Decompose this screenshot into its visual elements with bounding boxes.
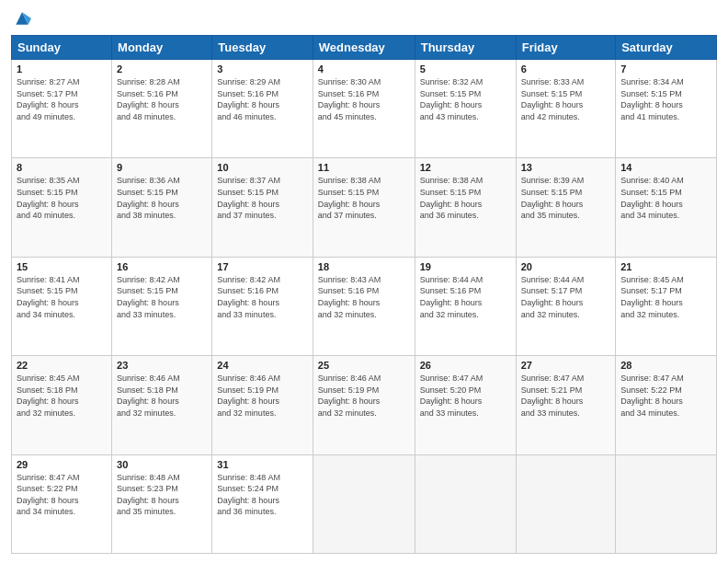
day-info: Sunrise: 8:34 AM Sunset: 5:15 PM Dayligh… <box>620 76 711 122</box>
day-info: Sunrise: 8:42 AM Sunset: 5:16 PM Dayligh… <box>217 274 307 320</box>
day-info: Sunrise: 8:33 AM Sunset: 5:15 PM Dayligh… <box>521 76 611 122</box>
day-number: 2 <box>117 63 207 75</box>
calendar-day-cell: 11Sunrise: 8:38 AM Sunset: 5:15 PM Dayli… <box>313 158 415 257</box>
day-number: 27 <box>521 360 611 371</box>
day-info: Sunrise: 8:40 AM Sunset: 5:15 PM Dayligh… <box>620 175 711 221</box>
calendar-day-cell: 4Sunrise: 8:30 AM Sunset: 5:16 PM Daylig… <box>313 60 415 158</box>
calendar-day-cell: 23Sunrise: 8:46 AM Sunset: 5:18 PM Dayli… <box>112 356 212 454</box>
calendar-day-cell: 15Sunrise: 8:41 AM Sunset: 5:15 PM Dayli… <box>12 257 112 355</box>
day-info: Sunrise: 8:46 AM Sunset: 5:19 PM Dayligh… <box>217 373 307 419</box>
day-number: 12 <box>420 162 511 173</box>
day-number: 28 <box>620 360 711 371</box>
day-number: 6 <box>521 63 611 75</box>
day-info: Sunrise: 8:36 AM Sunset: 5:15 PM Dayligh… <box>117 175 207 221</box>
calendar-day-cell <box>616 454 717 553</box>
calendar-day-cell: 12Sunrise: 8:38 AM Sunset: 5:15 PM Dayli… <box>415 158 516 257</box>
calendar-day-cell: 2Sunrise: 8:28 AM Sunset: 5:16 PM Daylig… <box>112 60 212 158</box>
calendar-weekday-saturday: Saturday <box>616 36 717 60</box>
day-number: 25 <box>318 360 410 371</box>
calendar-table: SundayMondayTuesdayWednesdayThursdayFrid… <box>11 35 717 554</box>
calendar-day-cell: 17Sunrise: 8:42 AM Sunset: 5:16 PM Dayli… <box>212 257 313 355</box>
day-info: Sunrise: 8:47 AM Sunset: 5:21 PM Dayligh… <box>521 373 611 419</box>
day-info: Sunrise: 8:46 AM Sunset: 5:19 PM Dayligh… <box>318 373 410 419</box>
calendar-weekday-monday: Monday <box>112 36 212 60</box>
day-number: 7 <box>620 63 711 75</box>
day-number: 29 <box>17 459 107 470</box>
day-info: Sunrise: 8:37 AM Sunset: 5:15 PM Dayligh… <box>217 175 307 221</box>
calendar-day-cell: 29Sunrise: 8:47 AM Sunset: 5:22 PM Dayli… <box>12 454 112 553</box>
day-info: Sunrise: 8:28 AM Sunset: 5:16 PM Dayligh… <box>117 76 207 122</box>
calendar-week-row: 8Sunrise: 8:35 AM Sunset: 5:15 PM Daylig… <box>12 158 717 257</box>
day-info: Sunrise: 8:27 AM Sunset: 5:17 PM Dayligh… <box>17 76 107 122</box>
day-info: Sunrise: 8:43 AM Sunset: 5:16 PM Dayligh… <box>318 274 410 320</box>
calendar-day-cell: 20Sunrise: 8:44 AM Sunset: 5:17 PM Dayli… <box>516 257 616 355</box>
day-info: Sunrise: 8:47 AM Sunset: 5:20 PM Dayligh… <box>420 373 511 419</box>
calendar-day-cell: 31Sunrise: 8:48 AM Sunset: 5:24 PM Dayli… <box>212 454 313 553</box>
calendar-day-cell: 27Sunrise: 8:47 AM Sunset: 5:21 PM Dayli… <box>516 356 616 454</box>
calendar-day-cell: 18Sunrise: 8:43 AM Sunset: 5:16 PM Dayli… <box>313 257 415 355</box>
day-number: 21 <box>620 261 711 272</box>
calendar-day-cell: 24Sunrise: 8:46 AM Sunset: 5:19 PM Dayli… <box>212 356 313 454</box>
day-number: 3 <box>217 63 307 75</box>
day-number: 11 <box>318 162 410 173</box>
calendar-day-cell: 30Sunrise: 8:48 AM Sunset: 5:23 PM Dayli… <box>112 454 212 553</box>
day-number: 16 <box>117 261 207 272</box>
day-info: Sunrise: 8:39 AM Sunset: 5:15 PM Dayligh… <box>521 175 611 221</box>
day-info: Sunrise: 8:47 AM Sunset: 5:22 PM Dayligh… <box>620 373 711 419</box>
calendar-day-cell: 25Sunrise: 8:46 AM Sunset: 5:19 PM Dayli… <box>313 356 415 454</box>
day-info: Sunrise: 8:48 AM Sunset: 5:23 PM Dayligh… <box>117 472 207 518</box>
day-number: 13 <box>521 162 611 173</box>
day-info: Sunrise: 8:30 AM Sunset: 5:16 PM Dayligh… <box>318 76 410 122</box>
day-info: Sunrise: 8:38 AM Sunset: 5:15 PM Dayligh… <box>420 175 511 221</box>
calendar-day-cell: 10Sunrise: 8:37 AM Sunset: 5:15 PM Dayli… <box>212 158 313 257</box>
calendar-header-row: SundayMondayTuesdayWednesdayThursdayFrid… <box>12 36 717 60</box>
day-number: 1 <box>17 63 107 75</box>
day-number: 8 <box>17 162 107 173</box>
day-info: Sunrise: 8:48 AM Sunset: 5:24 PM Dayligh… <box>217 472 307 518</box>
day-number: 5 <box>420 63 511 75</box>
day-number: 30 <box>117 459 207 470</box>
calendar-day-cell: 7Sunrise: 8:34 AM Sunset: 5:15 PM Daylig… <box>616 60 717 158</box>
calendar-week-row: 1Sunrise: 8:27 AM Sunset: 5:17 PM Daylig… <box>12 60 717 158</box>
calendar-week-row: 22Sunrise: 8:45 AM Sunset: 5:18 PM Dayli… <box>12 356 717 454</box>
day-info: Sunrise: 8:38 AM Sunset: 5:15 PM Dayligh… <box>318 175 410 221</box>
day-number: 31 <box>217 459 307 470</box>
calendar-weekday-tuesday: Tuesday <box>212 36 313 60</box>
day-info: Sunrise: 8:41 AM Sunset: 5:15 PM Dayligh… <box>17 274 107 320</box>
day-number: 20 <box>521 261 611 272</box>
page-container: SundayMondayTuesdayWednesdayThursdayFrid… <box>0 0 728 563</box>
day-number: 19 <box>420 261 511 272</box>
calendar-day-cell: 28Sunrise: 8:47 AM Sunset: 5:22 PM Dayli… <box>616 356 717 454</box>
calendar-day-cell: 1Sunrise: 8:27 AM Sunset: 5:17 PM Daylig… <box>12 60 112 158</box>
calendar-day-cell: 3Sunrise: 8:29 AM Sunset: 5:16 PM Daylig… <box>212 60 313 158</box>
day-number: 17 <box>217 261 307 272</box>
day-number: 24 <box>217 360 307 371</box>
day-number: 26 <box>420 360 511 371</box>
calendar-day-cell: 13Sunrise: 8:39 AM Sunset: 5:15 PM Dayli… <box>516 158 616 257</box>
day-info: Sunrise: 8:47 AM Sunset: 5:22 PM Dayligh… <box>17 472 107 518</box>
day-info: Sunrise: 8:44 AM Sunset: 5:17 PM Dayligh… <box>521 274 611 320</box>
calendar-day-cell <box>415 454 516 553</box>
logo-icon <box>13 9 31 28</box>
calendar-day-cell: 19Sunrise: 8:44 AM Sunset: 5:16 PM Dayli… <box>415 257 516 355</box>
day-number: 23 <box>117 360 207 371</box>
calendar-weekday-sunday: Sunday <box>12 36 112 60</box>
day-info: Sunrise: 8:46 AM Sunset: 5:18 PM Dayligh… <box>117 373 207 419</box>
day-info: Sunrise: 8:44 AM Sunset: 5:16 PM Dayligh… <box>420 274 511 320</box>
day-number: 18 <box>318 261 410 272</box>
calendar-day-cell: 8Sunrise: 8:35 AM Sunset: 5:15 PM Daylig… <box>12 158 112 257</box>
day-info: Sunrise: 8:45 AM Sunset: 5:17 PM Dayligh… <box>620 274 711 320</box>
calendar-day-cell <box>516 454 616 553</box>
day-info: Sunrise: 8:29 AM Sunset: 5:16 PM Dayligh… <box>217 76 307 122</box>
calendar-day-cell: 21Sunrise: 8:45 AM Sunset: 5:17 PM Dayli… <box>616 257 717 355</box>
calendar-weekday-wednesday: Wednesday <box>313 36 415 60</box>
calendar-day-cell <box>313 454 415 553</box>
day-info: Sunrise: 8:42 AM Sunset: 5:15 PM Dayligh… <box>117 274 207 320</box>
day-number: 15 <box>17 261 107 272</box>
top-section <box>11 9 717 28</box>
day-number: 9 <box>117 162 207 173</box>
day-number: 22 <box>17 360 107 371</box>
calendar-day-cell: 22Sunrise: 8:45 AM Sunset: 5:18 PM Dayli… <box>12 356 112 454</box>
day-number: 4 <box>318 63 410 75</box>
calendar-day-cell: 9Sunrise: 8:36 AM Sunset: 5:15 PM Daylig… <box>112 158 212 257</box>
